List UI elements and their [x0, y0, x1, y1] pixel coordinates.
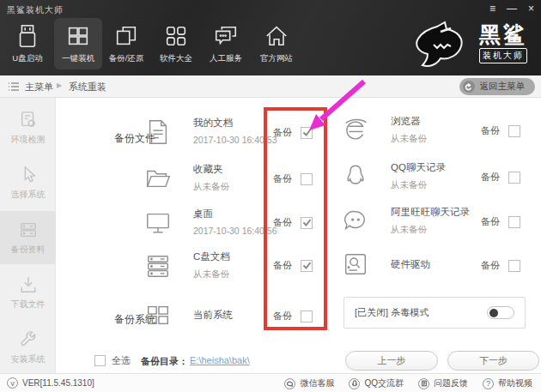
home-icon: [264, 23, 289, 49]
bottom-controls: 全选 备份目录： E:\heisha\bak\ 上一步 下一步: [56, 347, 541, 373]
sidebar-item-backup-data[interactable]: 备份资料: [0, 211, 56, 264]
backup-checkbox[interactable]: [301, 217, 313, 229]
nav-label: 官方网站: [260, 53, 293, 64]
help-icon: ?: [483, 378, 494, 389]
usb-drive-icon: [15, 23, 40, 49]
window-title: 黑鲨装机大师: [7, 4, 64, 16]
help-video-link[interactable]: ? 帮助视频: [483, 377, 532, 389]
backup-dir-label: 备份目录：: [141, 355, 188, 368]
download-icon: [19, 275, 38, 294]
sidebar-item-install-system[interactable]: 安装系统: [0, 321, 56, 374]
version-text: VER[11.5.45.1310]: [22, 378, 94, 388]
wrench-icon: [19, 330, 38, 349]
version-icon: v: [7, 377, 18, 389]
feedback-link[interactable]: 问题反馈: [418, 377, 468, 389]
backup-option-qq-chat: 备份: [481, 171, 520, 184]
sidebar: 环境检测 选择系统 备份资料 下载文件 安装系统: [0, 98, 56, 373]
row-qq-chat: QQ聊天记录从未备份: [342, 161, 494, 191]
chat-bubbles-icon: [213, 23, 239, 49]
backup-checkbox[interactable]: [508, 172, 520, 184]
breadcrumb-current: 系统重装: [69, 81, 106, 93]
select-all-checkbox[interactable]: [94, 355, 106, 366]
brand-logo-text: 黑鲨 装机大师: [471, 23, 535, 63]
toggle-knob: [489, 309, 498, 317]
sidebar-item-download-files[interactable]: 下载文件: [0, 266, 56, 319]
ie-browser-icon: [342, 116, 369, 145]
antivirus-mode-label: [已关闭] 杀毒模式: [355, 306, 429, 319]
return-main-menu-button[interactable]: 返回主菜单: [459, 78, 536, 95]
feedback-icon: [418, 378, 429, 389]
wechat-icon: [284, 378, 295, 389]
hardware-driver-icon: [342, 250, 369, 279]
nav-one-key-install[interactable]: 一键装机: [54, 18, 102, 69]
nav-label: 一键装机: [62, 53, 94, 64]
select-all-label: 全选: [112, 354, 131, 367]
next-step-button[interactable]: 下一步: [447, 351, 539, 371]
document-icon: [144, 118, 172, 147]
qq-penguin-icon: [342, 162, 369, 191]
menu-button[interactable]: ≡: [489, 3, 495, 15]
antivirus-toggle[interactable]: [487, 306, 514, 319]
backup-dir-link[interactable]: E:\heisha\bak\: [190, 355, 250, 365]
shark-logo-icon: [411, 20, 466, 69]
row-hardware-driver: 硬件驱动: [342, 250, 494, 279]
backup-checkbox[interactable]: [301, 173, 313, 185]
backup-option-browser: 备份: [481, 124, 520, 137]
return-arrow-icon: [463, 81, 475, 93]
minimize-button[interactable]: —: [507, 3, 517, 15]
backup-option-c-drive-docs: 备份: [273, 259, 313, 272]
backup-option-hardware: 备份: [481, 259, 520, 272]
nav-label: 备份/还原: [109, 53, 144, 64]
backup-checkbox[interactable]: [301, 311, 313, 323]
nav-label: U盘启动: [12, 53, 42, 64]
sidebar-item-select-system[interactable]: 选择系统: [0, 156, 56, 209]
backup-option-wangwang: 备份: [481, 215, 520, 228]
nav-human-service[interactable]: 人工服务: [202, 18, 250, 69]
row-browser: 浏览器从未备份: [342, 115, 494, 145]
backup-checkbox[interactable]: [508, 216, 520, 228]
windows-logo-icon: [144, 300, 172, 329]
nav-software-collection[interactable]: 软件大全: [152, 18, 200, 69]
row-wangwang-chat: 阿里旺旺聊天记录从未备份: [342, 206, 494, 236]
wangwang-bubble-icon: [342, 207, 369, 236]
qq-group-link[interactable]: QQ交流群: [349, 377, 404, 389]
backup-checkbox[interactable]: [508, 260, 520, 272]
antivirus-mode-panel: [已关闭] 杀毒模式: [343, 297, 526, 329]
nav-label: 软件大全: [160, 53, 192, 64]
nav-usb-boot[interactable]: U盘启动: [3, 18, 52, 69]
wechat-service-link[interactable]: 微信客服: [284, 377, 334, 389]
list-icon: [8, 81, 20, 93]
apps-grid-icon: [163, 23, 189, 49]
title-bar: 黑鲨装机大师 ≡ — × U盘启动 一键装机 备份/还原: [0, 0, 541, 75]
folder-icon: [144, 164, 172, 193]
nav-official-website[interactable]: 官方网站: [252, 18, 301, 69]
previous-step-button[interactable]: 上一步: [345, 351, 438, 371]
window-grid-icon: [65, 23, 91, 49]
backup-checkbox[interactable]: [301, 127, 313, 139]
server-stack-icon: [19, 220, 38, 239]
qq-icon: [349, 378, 360, 389]
backup-option-my-documents: 备份: [273, 126, 313, 139]
breadcrumb-bar: 主菜单 ▶ 系统重装 返回主菜单: [0, 75, 541, 98]
app-window: 黑鲨装机大师 ≡ — × U盘启动 一键装机 备份/还原: [0, 0, 541, 392]
nav-label: 人工服务: [210, 53, 242, 64]
backup-checkbox[interactable]: [301, 260, 313, 272]
status-bar: v VER[11.5.45.1310] 微信客服 QQ交流群 问题反馈 ? 帮助…: [0, 373, 541, 392]
close-button[interactable]: ×: [528, 3, 534, 15]
nav-backup-restore[interactable]: 备份/还原: [102, 18, 150, 69]
breadcrumb-root[interactable]: 主菜单: [25, 81, 53, 93]
drive-stack-icon: [144, 251, 172, 280]
env-check-icon: [19, 111, 38, 130]
copy-pages-icon: [113, 23, 139, 49]
backup-option-current-system: 备份: [273, 310, 313, 323]
backup-option-favorites: 备份: [273, 172, 313, 185]
backup-option-desktop: 备份: [273, 216, 313, 229]
backup-checkbox[interactable]: [508, 125, 520, 137]
cursor-icon: [19, 166, 38, 184]
breadcrumb-separator-icon: ▶: [57, 81, 62, 89]
desktop-monitor-icon: [144, 208, 172, 238]
sidebar-item-env-check[interactable]: 环境检测: [0, 101, 56, 154]
